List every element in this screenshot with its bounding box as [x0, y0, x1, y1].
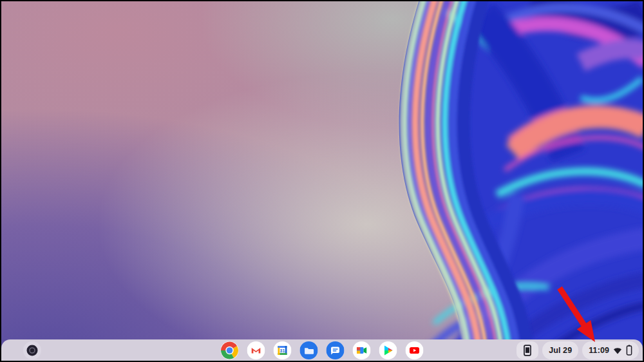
youtube-icon [406, 341, 424, 359]
files-folder-icon [300, 341, 318, 359]
calendar-icon: 31 [274, 341, 292, 359]
desktop-wallpaper [1, 1, 643, 361]
clock-label: 11:09 [589, 346, 609, 355]
app-play-store-button[interactable] [379, 341, 397, 359]
app-youtube-button[interactable] [406, 341, 424, 359]
play-store-icon [379, 341, 397, 359]
wallpaper-art [1, 1, 643, 361]
shelf: 31 [1, 339, 643, 361]
wifi-full-icon [613, 347, 622, 354]
app-files-button[interactable] [300, 341, 318, 359]
app-messages-button[interactable] [327, 341, 345, 359]
battery-outline-icon [626, 345, 632, 356]
date-button[interactable]: Jul 29 [542, 341, 578, 359]
app-chrome-button[interactable] [221, 341, 239, 359]
launcher-icon [26, 344, 39, 357]
launcher-button[interactable] [23, 341, 41, 359]
app-meet-button[interactable] [353, 341, 371, 359]
app-calendar-button[interactable]: 31 [274, 341, 292, 359]
phone-icon [523, 345, 532, 356]
phone-hub-button[interactable] [516, 341, 538, 359]
meet-camera-icon [353, 341, 371, 359]
date-label: Jul 29 [549, 346, 572, 355]
app-gmail-button[interactable] [247, 341, 265, 359]
shelf-apps: 31 [221, 341, 424, 359]
messages-chat-icon [327, 341, 345, 359]
status-tray-button[interactable]: 11:09 [582, 341, 639, 359]
chrome-icon [221, 341, 239, 359]
gmail-icon [247, 341, 265, 359]
svg-text:31: 31 [280, 348, 285, 352]
status-area: Jul 29 11:09 [516, 341, 639, 359]
chromeos-desktop: 31 [0, 0, 644, 362]
